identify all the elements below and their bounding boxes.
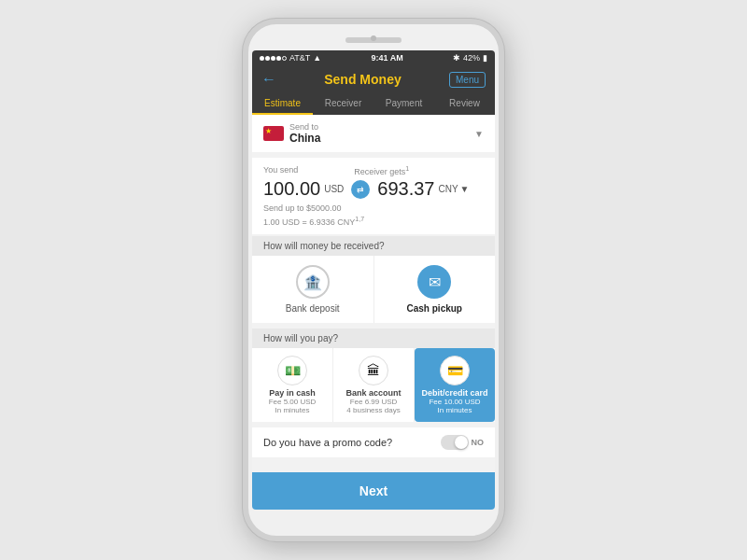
cash-pickup-label: Cash pickup — [407, 303, 462, 314]
send-to-label: Send to — [289, 122, 320, 132]
debit-credit-fee: Fee 10.00 USD — [429, 398, 480, 406]
battery-label: 42% — [463, 53, 480, 63]
toggle-label: NO — [472, 438, 485, 447]
pay-section-header: How will you pay? — [252, 329, 495, 348]
pay-cash-label: Pay in cash — [269, 388, 316, 398]
tab-bar: Estimate Receiver Payment Review — [252, 93, 495, 115]
phone-screen: AT&T ▲ 9:41 AM ✱ 42% ▮ ← Send Money Menu… — [252, 50, 495, 510]
receive-methods: 🏦 Bank deposit ✉ Cash pickup — [252, 256, 495, 323]
tab-receiver[interactable]: Receiver — [313, 93, 374, 115]
time-display: 9:41 AM — [372, 53, 403, 63]
pay-cash-icon: 💵 — [277, 356, 307, 385]
cash-pickup-option[interactable]: ✉ Cash pickup — [374, 256, 496, 323]
status-bar: AT&T ▲ 9:41 AM ✱ 42% ▮ — [252, 50, 495, 65]
back-button[interactable]: ← — [261, 71, 276, 88]
tab-estimate[interactable]: Estimate — [252, 93, 313, 115]
send-to-chevron[interactable]: ▼ — [474, 129, 484, 139]
receiver-gets-label: Receiver gets1 — [354, 165, 409, 176]
debit-credit-time: In minutes — [438, 406, 472, 414]
bank-deposit-icon: 🏦 — [296, 265, 330, 299]
bank-account-option[interactable]: 🏛 Bank account Fee 6.99 USD 4 business d… — [333, 348, 415, 422]
bank-account-fee: Fee 6.99 USD — [350, 398, 398, 406]
main-content: Send to China ▼ You send Receiver gets1 … — [252, 115, 495, 472]
limit-text: Send up to $5000.00 — [263, 203, 484, 213]
rate-text: 1.00 USD = 6.9336 CNY1,7 — [263, 216, 484, 227]
toggle-thumb — [455, 436, 468, 449]
receiver-gets-value: 693.37 — [377, 178, 434, 200]
promo-toggle[interactable]: NO — [441, 435, 485, 450]
debit-credit-label: Debit/credit card — [421, 388, 487, 398]
bluetooth-icon: ✱ — [453, 53, 460, 63]
pay-cash-fee: Fee 5.00 USD — [269, 398, 317, 406]
swap-icon[interactable]: ⇄ — [351, 180, 370, 199]
country-name: China — [289, 132, 320, 145]
receive-currency-tag[interactable]: CNY ▼ — [438, 184, 469, 194]
bank-account-time: 4 business days — [346, 406, 400, 414]
bank-deposit-option[interactable]: 🏦 Bank deposit — [252, 256, 374, 323]
bank-account-icon: 🏛 — [359, 356, 388, 385]
pay-cash-option[interactable]: 💵 Pay in cash Fee 5.00 USD In minutes — [252, 348, 333, 422]
carrier-label: AT&T — [289, 53, 310, 63]
china-flag — [263, 126, 284, 141]
app-header: ← Send Money Menu — [252, 65, 495, 93]
wifi-icon: ▲ — [313, 53, 321, 63]
tab-review[interactable]: Review — [434, 93, 495, 115]
pay-methods: 💵 Pay in cash Fee 5.00 USD In minutes 🏛 … — [252, 348, 495, 422]
receive-section-header: How will money be received? — [252, 236, 495, 256]
amount-section: You send Receiver gets1 100.00 USD ⇄ 693… — [252, 158, 495, 234]
bank-deposit-label: Bank deposit — [286, 303, 340, 314]
toggle-track — [441, 435, 469, 450]
next-button[interactable]: Next — [252, 472, 495, 510]
cny-chevron: ▼ — [460, 184, 470, 194]
send-currency: USD — [324, 184, 344, 194]
phone-frame: AT&T ▲ 9:41 AM ✱ 42% ▮ ← Send Money Menu… — [243, 19, 504, 541]
menu-button[interactable]: Menu — [449, 72, 486, 88]
header-title: Send Money — [276, 72, 449, 87]
bank-account-label: Bank account — [345, 388, 401, 398]
promo-label: Do you have a promo code? — [263, 437, 392, 448]
cash-pickup-icon: ✉ — [417, 265, 451, 299]
you-send-value[interactable]: 100.00 — [263, 178, 320, 200]
you-send-label: You send — [263, 165, 298, 176]
debit-credit-option[interactable]: 💳 Debit/credit card Fee 10.00 USD In min… — [415, 348, 495, 422]
send-to-section: Send to China ▼ — [252, 115, 495, 152]
debit-credit-icon: 💳 — [440, 356, 470, 385]
tab-payment[interactable]: Payment — [374, 93, 434, 115]
pay-cash-time: In minutes — [275, 406, 310, 414]
promo-row: Do you have a promo code? NO — [252, 427, 495, 457]
battery-icon: ▮ — [483, 53, 487, 63]
